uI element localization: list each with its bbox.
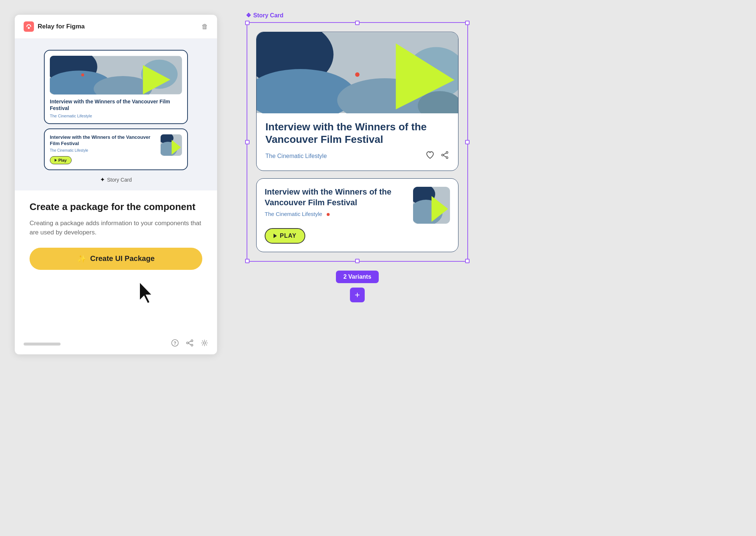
svg-point-19 [203, 342, 206, 344]
svg-point-14 [191, 340, 193, 342]
info-section: Create a package for the component Creat… [15, 190, 217, 333]
create-package-button[interactable]: ✨ Create UI Package [30, 248, 202, 270]
heart-icon[interactable] [426, 151, 434, 162]
right-side: ❖ Story Card [217, 0, 756, 317]
svg-point-15 [187, 342, 189, 344]
info-title: Create a package for the component [30, 201, 202, 213]
card-v2-title: Interview with the Winners of the Vancou… [50, 134, 157, 147]
handle-top-right[interactable] [465, 21, 470, 25]
component-label: ✦ Story Card [100, 176, 132, 183]
card-actions [426, 151, 449, 162]
frame-label: ❖ Story Card [246, 12, 284, 19]
sparkle-icon: ✦ [100, 176, 105, 183]
card-v2-thumbnail [161, 134, 182, 156]
relay-logo [24, 21, 34, 32]
play-triangle-icon [55, 159, 57, 162]
info-desc: Creating a package adds information to y… [30, 219, 202, 237]
card-preview-v2: Interview with the Winners of the Vancou… [44, 128, 188, 170]
header-brand: Relay for Figma [24, 21, 85, 32]
svg-point-29 [442, 154, 444, 156]
svg-line-17 [188, 341, 191, 343]
svg-point-30 [446, 157, 448, 159]
handle-bottom-left[interactable] [245, 259, 250, 263]
card-v1-subtitle: The Cinematic Lifestyle [50, 114, 182, 118]
help-icon[interactable]: ? [171, 339, 179, 348]
svg-line-18 [188, 343, 191, 345]
app-title: Relay for Figma [38, 23, 85, 30]
create-pkg-icon: ✨ [77, 254, 86, 263]
svg-point-16 [191, 344, 193, 346]
play-button-small[interactable]: Play [50, 156, 72, 164]
story-card-large-v1: Interview with the Winners of the Vancou… [256, 32, 458, 171]
svg-line-31 [443, 153, 446, 155]
left-panel: Relay for Figma 🗑 [15, 15, 217, 354]
create-pkg-label: Create UI Package [90, 254, 155, 263]
play-triangle-large-icon [274, 234, 277, 238]
v2-inner: Interview with the Winners of the Vancou… [265, 187, 450, 224]
card-v2-subtitle: The Cinematic Lifestyle [50, 148, 157, 152]
card-v1-title: Interview with the Winners of the Vancou… [50, 98, 182, 111]
component-label-text: Story Card [107, 177, 132, 183]
frame-label-text: Story Card [253, 12, 284, 19]
play-large-label: PLAY [280, 233, 296, 239]
svg-text:?: ? [173, 341, 176, 346]
handle-bottom-mid[interactable] [355, 259, 360, 263]
settings-icon[interactable] [201, 339, 208, 348]
handle-bottom-right[interactable] [465, 259, 470, 263]
handle-mid-right[interactable] [465, 140, 470, 144]
svg-point-0 [28, 27, 30, 29]
share-icon[interactable] [186, 339, 193, 348]
scrollbar[interactable] [24, 343, 61, 346]
variants-section: 2 Variants + [247, 271, 468, 302]
svg-point-27 [355, 72, 360, 77]
large-card-footer: The Cinematic Lifestyle [265, 151, 449, 162]
preview-area: Interview with the Winners of the Vancou… [15, 39, 217, 190]
handle-top-mid[interactable] [355, 21, 360, 25]
card-v2-inner: Interview with the Winners of the Vancou… [50, 134, 182, 164]
handle-top-left[interactable] [245, 21, 250, 25]
large-card-title: Interview with the Winners of the Vancou… [265, 121, 449, 145]
v2-subtitle: The Cinematic Lifestyle [265, 211, 407, 217]
card-preview-v1: Interview with the Winners of the Vancou… [44, 50, 188, 124]
play-label: Play [58, 158, 67, 162]
variants-badge: 2 Variants [336, 271, 379, 283]
v2-play-area: PLAY [265, 228, 450, 244]
card-v1-thumbnail [50, 56, 182, 95]
large-card-body: Interview with the Winners of the Vancou… [257, 113, 458, 171]
v2-content: Interview with the Winners of the Vancou… [265, 187, 407, 217]
card-v2-content: Interview with the Winners of the Vancou… [50, 134, 157, 164]
v2-title: Interview with the Winners of the Vancou… [265, 187, 407, 208]
frame-sparkle-icon: ❖ [246, 12, 251, 19]
red-dot-v2 [327, 213, 330, 216]
trash-icon[interactable]: 🗑 [202, 23, 208, 31]
play-button-large[interactable]: PLAY [265, 228, 305, 244]
panel-footer: ? [15, 333, 217, 354]
panel-header: Relay for Figma 🗑 [15, 15, 217, 39]
share-card-icon[interactable] [440, 151, 449, 162]
v2-thumbnail [413, 187, 450, 224]
handle-mid-left[interactable] [245, 140, 250, 144]
footer-icons: ? [171, 339, 208, 348]
story-card-frame: Interview with the Winners of the Vancou… [247, 22, 468, 262]
add-variant-button[interactable]: + [350, 288, 365, 302]
svg-line-32 [443, 155, 446, 157]
large-thumbnail [257, 32, 458, 113]
svg-point-7 [81, 73, 84, 76]
svg-point-28 [446, 152, 448, 154]
story-card-large-v2: Interview with the Winners of the Vancou… [256, 178, 458, 252]
large-card-subtitle: The Cinematic Lifestyle [265, 153, 327, 159]
